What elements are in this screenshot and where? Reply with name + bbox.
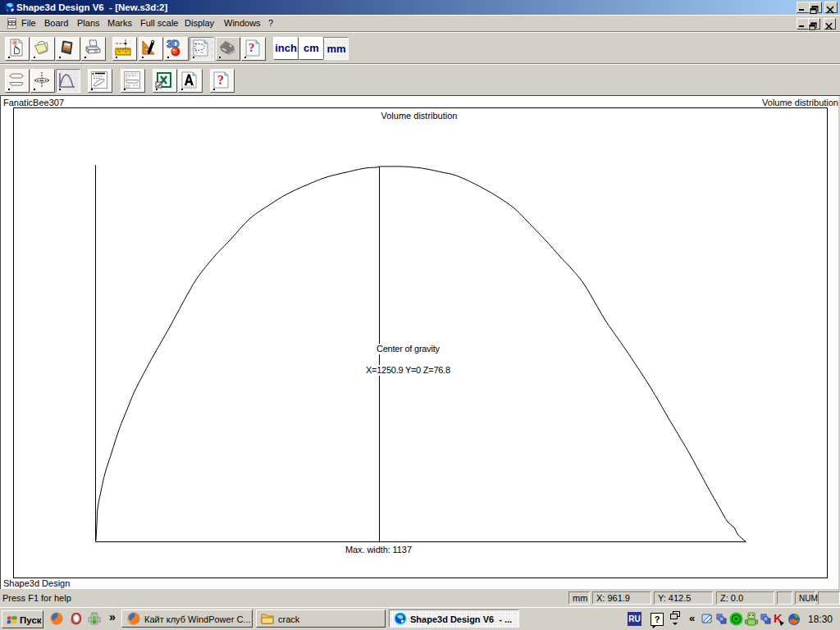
svg-text:X=1250.9 Y=0 Z=76.8: X=1250.9 Y=0 Z=76.8 — [366, 365, 450, 375]
svg-text:?: ? — [217, 73, 224, 87]
svg-text:?: ? — [249, 41, 255, 54]
svg-text:Center of gravity: Center of gravity — [377, 344, 441, 354]
svg-text:Volume distribution: Volume distribution — [381, 111, 458, 121]
svg-text:Max. width: 1137: Max. width: 1137 — [345, 545, 412, 555]
